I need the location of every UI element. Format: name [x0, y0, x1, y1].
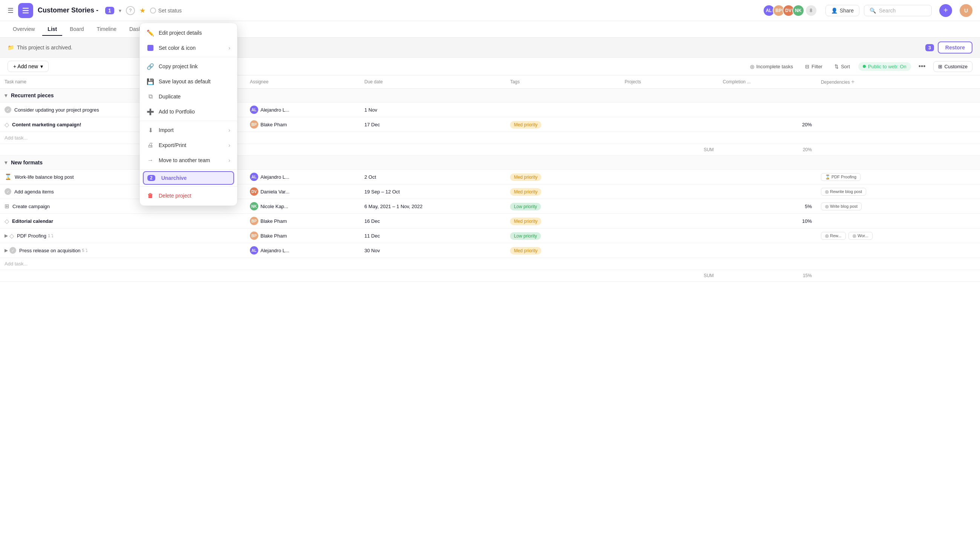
menu-item-import[interactable]: ⬇ Import ›: [140, 123, 237, 138]
projects-cell: [620, 243, 718, 258]
filter-icon: ⊟: [805, 64, 809, 69]
menu-label-copy: Copy project link: [159, 63, 198, 69]
avatar: BP: [250, 120, 258, 129]
col-header-assignee: Assignee: [245, 75, 360, 89]
tab-overview[interactable]: Overview: [8, 23, 40, 36]
incomplete-tasks-filter[interactable]: ◎ Incomplete tasks: [746, 62, 797, 71]
expand-icon[interactable]: ▶: [5, 248, 8, 253]
svg-rect-2: [22, 13, 29, 13]
menu-item-unarchive[interactable]: 2 Unarchive: [143, 171, 234, 185]
projects-cell: [620, 185, 718, 199]
color-icon: [146, 44, 154, 52]
menu-label-portfolio: Add to Portfolio: [159, 108, 195, 115]
add-task-button[interactable]: Add task...: [0, 258, 980, 270]
customize-button[interactable]: ⊞ Customize: [933, 61, 972, 72]
diamond-icon: ◇: [5, 121, 9, 128]
menu-item-portfolio[interactable]: ➕ Add to Portfolio: [140, 104, 237, 119]
deps-cell: [816, 117, 980, 132]
dependency-badge: ⌛ PDF Proofing: [821, 173, 861, 181]
avatar: NK: [792, 5, 804, 17]
avatar: AL: [250, 173, 258, 181]
more-options-button[interactable]: •••: [916, 61, 929, 72]
menu-item-export[interactable]: 🖨 Export/Print ›: [140, 138, 237, 153]
menu-item-save[interactable]: 💾 Save layout as default: [140, 74, 237, 89]
unarchive-badge: 2: [147, 175, 155, 181]
info-icon[interactable]: ?: [126, 6, 135, 15]
filter-button[interactable]: ⊟ Filter: [801, 62, 826, 71]
menu-item-edit[interactable]: ✏️ Edit project details: [140, 25, 237, 40]
project-title: Customer Stories -: [38, 6, 99, 14]
sort-icon: ⇅: [835, 64, 838, 69]
star-icon[interactable]: ★: [140, 6, 145, 15]
chevron-down-icon[interactable]: ▾: [119, 8, 121, 14]
menu-label-delete: Delete project: [159, 193, 191, 199]
projects-cell: [620, 103, 718, 117]
add-new-button[interactable]: + Add new ▾: [8, 61, 49, 72]
menu-item-move[interactable]: → Move to another team ›: [140, 153, 237, 168]
section-toggle-recurrent[interactable]: ▾: [5, 92, 7, 99]
task-name: Content marketing campaign!: [12, 122, 81, 127]
menu-item-color[interactable]: Set color & icon ›: [140, 40, 237, 56]
due-date: 19 Sep – 12 Oct: [360, 185, 506, 199]
menu-label-export: Export/Print: [159, 142, 186, 148]
diamond-icon: ◇: [10, 232, 14, 239]
table-row: ▶ Press release on acquisition 5 ⤵ AL Al…: [0, 243, 980, 258]
project-badge: 1: [105, 7, 114, 14]
deps-cell: [816, 103, 980, 117]
menu-label-save: Save layout as default: [159, 78, 211, 84]
col-header-deps: Dependencies +: [816, 75, 980, 89]
archive-text: This project is archived.: [17, 45, 72, 51]
tab-board[interactable]: Board: [64, 23, 89, 36]
user-avatar[interactable]: U: [959, 4, 972, 17]
subtask-count-icon: 5 ⤵: [82, 248, 88, 253]
assignee-name: Blake Pham: [261, 233, 287, 239]
filter-circle-icon: ◎: [750, 64, 754, 69]
avatar: AL: [250, 106, 258, 114]
share-button[interactable]: 👤 Share: [826, 5, 859, 16]
projects-cell: [620, 199, 718, 214]
completion-value: 20%: [718, 117, 816, 132]
menu-item-delete[interactable]: 🗑 Delete project: [140, 188, 237, 203]
search-icon: 🔍: [870, 8, 876, 14]
set-status-button[interactable]: Set status: [150, 8, 182, 14]
section-toggle-new-formats[interactable]: ▾: [5, 159, 7, 165]
tags-cell: Med priority: [506, 185, 620, 199]
tab-list[interactable]: List: [42, 23, 62, 36]
restore-button[interactable]: Restore: [938, 41, 972, 54]
sum-label: SUM: [0, 144, 718, 156]
sum-row-new-formats: SUM 15%: [0, 270, 980, 282]
expand-icon[interactable]: ▶: [5, 233, 8, 238]
table-row: ◇ Editorial calendar BP Blake Pham 16 De…: [0, 214, 980, 229]
due-date: 1 Nov: [360, 103, 506, 117]
completion-value: 5%: [718, 199, 816, 214]
chevron-down-icon: ▾: [40, 63, 43, 69]
tab-timeline[interactable]: Timeline: [92, 23, 122, 36]
col-header-projects: Projects: [620, 75, 718, 89]
menu-label-move: Move to another team: [159, 157, 210, 163]
tag-med-priority: Med priority: [510, 173, 541, 181]
menu-divider: [140, 186, 237, 187]
avatar: NK: [250, 202, 258, 210]
add-button[interactable]: +: [939, 4, 952, 17]
completion-cell: [718, 185, 816, 199]
sort-button[interactable]: ⇅ Sort: [831, 62, 854, 71]
search-box[interactable]: 🔍 Search: [864, 5, 932, 16]
public-web-button[interactable]: Public to web: On: [858, 62, 911, 71]
avatar: DV: [250, 188, 258, 196]
add-column-icon[interactable]: +: [851, 78, 854, 85]
svg-rect-1: [22, 10, 29, 11]
task-check-icon[interactable]: [10, 247, 16, 254]
task-name: Consider updating your project progres: [14, 107, 99, 113]
task-check-icon[interactable]: [5, 106, 11, 113]
menu-item-copy[interactable]: 🔗 Copy project link: [140, 59, 237, 74]
hamburger-icon[interactable]: ☰: [8, 6, 14, 15]
section-name-new-formats: New formats: [11, 159, 43, 165]
edit-icon: ✏️: [146, 29, 154, 37]
task-check-icon[interactable]: [5, 188, 11, 195]
tags-cell: Med priority: [506, 243, 620, 258]
tags-cell: Med priority: [506, 117, 620, 132]
archive-icon: 📁: [8, 45, 14, 51]
menu-item-duplicate[interactable]: ⧉ Duplicate: [140, 89, 237, 104]
avatar-count: 8: [806, 5, 816, 16]
col-header-tags: Tags: [506, 75, 620, 89]
